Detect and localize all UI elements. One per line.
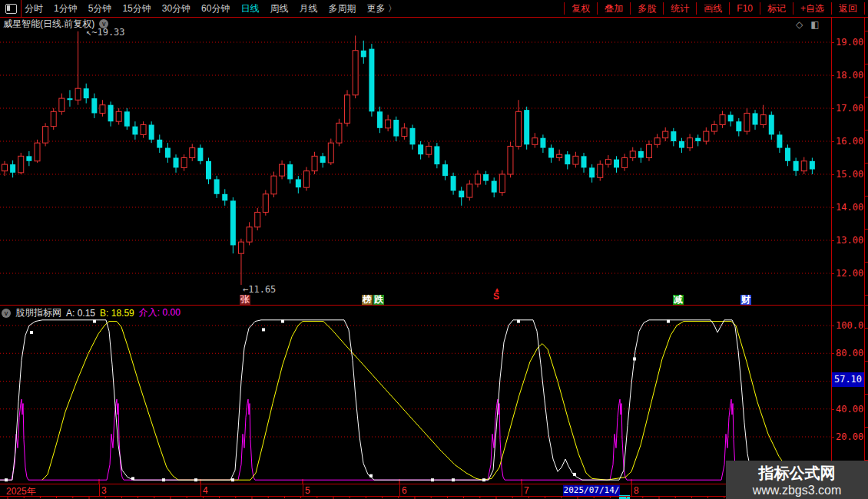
indicator-axis-label: 40.00 [836, 404, 863, 415]
timeline-month-label: 8 [634, 485, 639, 496]
price-axis-label: 14.00 [836, 202, 863, 213]
axis-divider [831, 18, 832, 499]
trading-app-window: 分时1分钟5分钟15分钟30分钟60分钟日线周线月线多周期更多 〉 复权叠加多股… [0, 0, 868, 499]
indicator-axis-label: 20.00 [836, 431, 863, 442]
timeline-month-label: 5 [305, 485, 310, 496]
buy-arrow-icon: ▲ [494, 286, 500, 293]
indicator-axis-label: 100.0 [836, 320, 863, 331]
price-axis-label: 15.00 [836, 169, 863, 180]
price-axis-label: 16.00 [836, 136, 863, 147]
toolbar-separator [864, 2, 865, 15]
tool-button-返回[interactable]: 返回 [832, 2, 864, 15]
price-axis-label: 12.00 [836, 268, 863, 279]
signal-label-减: 减 [673, 295, 684, 305]
price-annotation: ↖~19.33 [86, 27, 125, 38]
watermark-url: www.zbgs3.com [726, 484, 868, 497]
price-annotation: ←11.65 [243, 284, 276, 295]
candlestick-chart[interactable] [0, 0, 831, 305]
timeline-month-label: 6 [402, 485, 407, 496]
watermark-site-name: 指标公式网 [726, 463, 868, 484]
price-axis-label: 17.00 [836, 103, 863, 114]
signal-label-榜: 榜 [362, 295, 373, 305]
indicator-chart[interactable] [0, 305, 831, 484]
price-axis-label: 19.00 [836, 37, 863, 48]
price-axis-label: 13.00 [836, 235, 863, 246]
signal-label-跌: 跌 [373, 295, 384, 305]
price-axis-label: 18.00 [836, 70, 863, 81]
timeline-month-label: 7 [524, 485, 529, 496]
timeline-month-label: 3 [101, 485, 107, 496]
signal-label-张: 张 [240, 295, 250, 305]
indicator-axis-label: 80.00 [836, 348, 863, 359]
timeline-month-label: 4 [203, 485, 208, 496]
indicator-current-value-badge: 57.10 [832, 372, 864, 387]
watermark: 指标公式网 www.zbgs3.com [726, 461, 868, 499]
signal-label-财: 财 [740, 295, 751, 305]
date-cursor-badge: 2025/07/14/— [563, 485, 620, 496]
